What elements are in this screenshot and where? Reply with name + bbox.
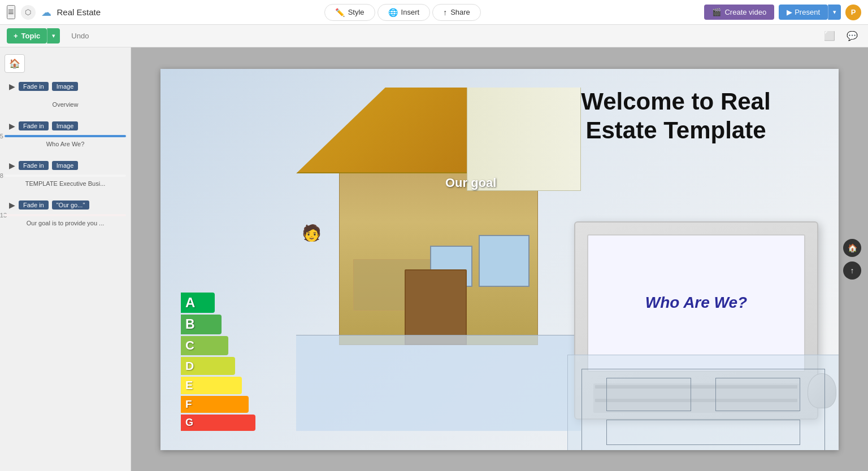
share-icon: ↑ [443,8,447,17]
play-button-2[interactable]: ▶ [9,121,15,130]
plus-icon: + [14,32,18,40]
home-button[interactable]: 🏠 [5,54,25,73]
slide-thumbnail-container-2: 2-5 Who Are We? Who Are We? National Rea… [5,135,126,137]
topic-group: + Topic ▾ [7,28,60,43]
insert-icon: 🌐 [388,8,398,17]
insert-label: Insert [401,8,420,16]
secondary-bar: + Topic ▾ Undo ⬜ 💬 [0,25,868,47]
undo-button[interactable]: Undo [67,29,93,42]
present-icon: ▶ [787,8,792,16]
our-goal-overlay: Our goal [445,176,496,190]
energy-bar-B: B [181,315,222,334]
image-tag-1: Image [52,82,79,91]
slide-group-3: ▶ Fade in Image 6-8 TEMPLATE Executive B… [0,154,131,194]
thumb-energy-1 [8,95,32,97]
transition-bar-2: ▶ Fade in Image [5,119,126,133]
slide-thumbnail-container-3: 6-8 TEMPLATE Executive Business Overview… [5,175,126,177]
top-bar-right: 🎬 Create video ▶ Present ▾ P [704,5,861,20]
sidebar: 🏠 ▶ Fade in Image 1 Welcome to Real Esta… [0,47,131,471]
slide-thumbnail-container-4: 9-13 Our goal is to provide you with 🎯 [5,214,126,216]
user-avatar[interactable]: P [845,5,861,20]
app-title: Real Estate [57,7,101,17]
play-button-3[interactable]: ▶ [9,161,15,170]
slide-number-2: 2-5 [0,133,3,139]
slide-canvas-area: ABCDEFG 🧑 O [131,47,868,471]
transition-tag-4: Fade in [19,200,49,210]
screen-icon-button[interactable]: ⬜ [821,28,839,43]
comment-icon-button[interactable]: 💬 [843,28,861,43]
slide-title: Welcome to Real Estate Template [547,88,805,145]
transition-tag-3: Fade in [19,161,49,170]
slide-thumbnail-2[interactable]: Who Are We? Who Are We? National Real Es… [5,135,126,137]
hamburger-menu[interactable]: ≡ [7,5,15,19]
slide-label-1: Overview [5,100,126,112]
transition-bar-4: ▶ Fade in "Our go..." [5,198,126,212]
slide-label-2: Who Are We? [5,139,126,152]
slide-number-3: 6-8 [0,172,3,179]
topic-label: Topic [21,32,41,40]
image-tag-3: Image [52,161,79,170]
thumb-title-1: Welcome to Real Estate Template [56,97,119,98]
main-content: 🏠 ▶ Fade in Image 1 Welcome to Real Esta… [0,47,868,471]
topic-button[interactable]: + Topic [7,28,47,43]
slide-label-3: TEMPLATE Executive Busi... [5,179,126,191]
top-bar-nav: ✏️ Style 🌐 Insert ↑ Share [107,4,697,21]
who-are-we-text: Who Are We? [645,294,747,312]
slide-canvas: ABCDEFG 🧑 O [160,69,839,450]
energy-bar-D: D [181,357,235,375]
slide-thumbnail-container-1: 1 Welcome to Real Estate Template [5,95,126,98]
play-button-4[interactable]: ▶ [9,200,15,210]
top-bar: ≡ ⬡ ☁ Real Estate ✏️ Style 🌐 Insert ↑ Sh… [0,0,868,25]
app-logo-icon: ⬡ [21,5,36,20]
share-button[interactable]: ↑ Share [432,4,481,21]
transition-tag-1: Fade in [19,82,49,91]
transition-bar-1: ▶ Fade in Image [5,80,126,93]
insert-button[interactable]: 🌐 Insert [377,4,431,21]
energy-bars: ABCDEFG [181,293,255,431]
slide-label-4: Our goal is to provide you ... [5,219,126,231]
style-label: Style [348,8,364,16]
canvas-up-button[interactable]: ↑ [843,261,861,280]
energy-bar-A: A [181,293,215,313]
secondary-bar-right: ⬜ 💬 [821,28,861,43]
slide-thumbnail-4[interactable]: Our goal is to provide you with 🎯 [5,214,126,216]
present-label: Present [795,8,820,16]
present-group: ▶ Present ▾ [779,5,841,20]
transition-tag-2: Fade in [19,121,49,130]
energy-bar-E: E [181,377,242,394]
slide-thumbnail-3[interactable]: TEMPLATE Executive Business Overview • I… [5,175,126,177]
play-button-1[interactable]: ▶ [9,82,15,91]
energy-bar-C: C [181,336,228,355]
canvas-home-button[interactable]: 🏠 [843,239,861,257]
slide-group-2: ▶ Fade in Image 2-5 Who Are We? Who Are … [0,115,131,154]
house-illustration: 🧑 [296,88,581,431]
create-video-icon: 🎬 [712,8,721,16]
blueprint-floor [567,355,839,450]
create-video-button[interactable]: 🎬 Create video [704,5,774,20]
topic-dropdown-button[interactable]: ▾ [47,28,60,43]
transition-bar-3: ▶ Fade in Image [5,159,126,172]
share-label: Share [450,8,470,16]
energy-bar-F: F [181,396,249,413]
energy-bar-G: G [181,415,255,431]
slide-group-1: ▶ Fade in Image 1 Welcome to Real Estate… [0,75,131,115]
style-button[interactable]: ✏️ Style [324,4,375,21]
present-button[interactable]: ▶ Present [779,5,828,20]
goal-tag-4: "Our go..." [52,200,90,210]
top-bar-left: ≡ ⬡ ☁ Real Estate [7,5,101,20]
slide-thumbnail-1[interactable]: Welcome to Real Estate Template [5,95,126,98]
canvas-actions: 🏠 ↑ [843,239,861,280]
slide-group-4: ▶ Fade in "Our go..." 9-13 Our goal is t… [0,194,131,233]
style-icon: ✏️ [335,8,345,17]
create-video-label: Create video [724,8,766,16]
image-tag-2: Image [52,121,79,130]
present-dropdown-button[interactable]: ▾ [828,5,841,20]
cloud-icon: ☁ [41,6,51,19]
